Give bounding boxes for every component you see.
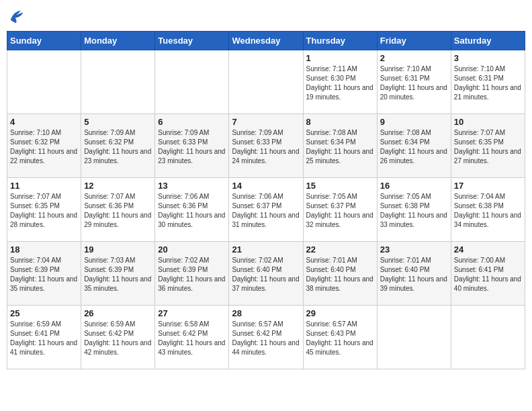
day-info: Sunrise: 7:08 AM Sunset: 6:34 PM Dayligh… — [380, 128, 448, 166]
day-info: Sunrise: 7:10 AM Sunset: 6:32 PM Dayligh… — [10, 128, 78, 166]
calendar-cell: 21Sunrise: 7:02 AM Sunset: 6:40 PM Dayli… — [229, 242, 303, 306]
day-info: Sunrise: 7:11 AM Sunset: 6:30 PM Dayligh… — [306, 64, 374, 102]
calendar-cell: 24Sunrise: 7:00 AM Sunset: 6:41 PM Dayli… — [451, 242, 525, 306]
calendar-cell: 26Sunrise: 6:59 AM Sunset: 6:42 PM Dayli… — [81, 306, 155, 369]
calendar-week-1: 1Sunrise: 7:11 AM Sunset: 6:30 PM Daylig… — [7, 50, 525, 114]
calendar-cell: 1Sunrise: 7:11 AM Sunset: 6:30 PM Daylig… — [303, 50, 377, 114]
calendar-cell: 15Sunrise: 7:05 AM Sunset: 6:37 PM Dayli… — [303, 178, 377, 242]
calendar-cell: 17Sunrise: 7:04 AM Sunset: 6:38 PM Dayli… — [451, 178, 525, 242]
day-info: Sunrise: 7:06 AM Sunset: 6:37 PM Dayligh… — [232, 192, 300, 230]
calendar-cell: 9Sunrise: 7:08 AM Sunset: 6:34 PM Daylig… — [377, 114, 451, 178]
calendar-cell: 16Sunrise: 7:05 AM Sunset: 6:38 PM Dayli… — [377, 178, 451, 242]
day-header-monday: Monday — [81, 32, 155, 50]
day-number: 10 — [454, 117, 522, 127]
calendar-cell: 13Sunrise: 7:06 AM Sunset: 6:36 PM Dayli… — [155, 178, 229, 242]
calendar-cell: 7Sunrise: 7:09 AM Sunset: 6:33 PM Daylig… — [229, 114, 303, 178]
calendar-cell: 27Sunrise: 6:58 AM Sunset: 6:42 PM Dayli… — [155, 306, 229, 369]
calendar-cell: 19Sunrise: 7:03 AM Sunset: 6:39 PM Dayli… — [81, 242, 155, 306]
calendar-week-2: 4Sunrise: 7:10 AM Sunset: 6:32 PM Daylig… — [7, 114, 525, 178]
day-number: 26 — [84, 308, 152, 318]
day-number: 17 — [454, 181, 522, 191]
day-header-tuesday: Tuesday — [155, 32, 229, 50]
day-header-wednesday: Wednesday — [229, 32, 303, 50]
calendar-cell: 25Sunrise: 6:59 AM Sunset: 6:41 PM Dayli… — [7, 306, 81, 369]
calendar-cell: 6Sunrise: 7:09 AM Sunset: 6:33 PM Daylig… — [155, 114, 229, 178]
calendar-cell — [81, 50, 155, 114]
day-number: 9 — [380, 117, 448, 127]
day-info: Sunrise: 7:00 AM Sunset: 6:41 PM Dayligh… — [454, 256, 522, 293]
calendar-cell: 2Sunrise: 7:10 AM Sunset: 6:31 PM Daylig… — [377, 50, 451, 114]
day-info: Sunrise: 7:10 AM Sunset: 6:31 PM Dayligh… — [380, 64, 448, 102]
day-info: Sunrise: 7:10 AM Sunset: 6:31 PM Dayligh… — [454, 64, 522, 102]
calendar-cell: 29Sunrise: 6:57 AM Sunset: 6:43 PM Dayli… — [303, 306, 377, 369]
calendar-cell — [155, 50, 229, 114]
calendar-cell: 28Sunrise: 6:57 AM Sunset: 6:42 PM Dayli… — [229, 306, 303, 369]
day-number: 27 — [158, 308, 226, 318]
day-number: 18 — [10, 244, 78, 255]
day-number: 24 — [454, 244, 522, 255]
day-info: Sunrise: 6:57 AM Sunset: 6:43 PM Dayligh… — [306, 320, 374, 357]
calendar-cell — [7, 50, 81, 114]
day-info: Sunrise: 7:03 AM Sunset: 6:39 PM Dayligh… — [84, 256, 152, 293]
calendar-cell: 11Sunrise: 7:07 AM Sunset: 6:35 PM Dayli… — [7, 178, 81, 242]
day-info: Sunrise: 7:09 AM Sunset: 6:33 PM Dayligh… — [232, 128, 300, 166]
day-number: 28 — [232, 308, 300, 318]
day-number: 7 — [232, 117, 300, 127]
calendar-cell — [451, 306, 525, 369]
calendar-cell: 10Sunrise: 7:07 AM Sunset: 6:35 PM Dayli… — [451, 114, 525, 178]
day-info: Sunrise: 6:59 AM Sunset: 6:41 PM Dayligh… — [10, 320, 78, 357]
day-info: Sunrise: 7:08 AM Sunset: 6:34 PM Dayligh… — [306, 128, 374, 166]
calendar-cell: 3Sunrise: 7:10 AM Sunset: 6:31 PM Daylig… — [451, 50, 525, 114]
day-info: Sunrise: 7:07 AM Sunset: 6:35 PM Dayligh… — [454, 128, 522, 166]
calendar-cell: 14Sunrise: 7:06 AM Sunset: 6:37 PM Dayli… — [229, 178, 303, 242]
day-info: Sunrise: 7:02 AM Sunset: 6:40 PM Dayligh… — [232, 256, 300, 293]
day-info: Sunrise: 7:05 AM Sunset: 6:37 PM Dayligh… — [306, 192, 374, 230]
day-number: 5 — [84, 117, 152, 127]
calendar-cell: 22Sunrise: 7:01 AM Sunset: 6:40 PM Dayli… — [303, 242, 377, 306]
day-info: Sunrise: 7:01 AM Sunset: 6:40 PM Dayligh… — [380, 256, 448, 293]
calendar-cell: 20Sunrise: 7:02 AM Sunset: 6:39 PM Dayli… — [155, 242, 229, 306]
day-info: Sunrise: 7:09 AM Sunset: 6:32 PM Dayligh… — [84, 128, 152, 166]
day-number: 29 — [306, 308, 374, 318]
day-number: 13 — [158, 181, 226, 191]
calendar-week-3: 11Sunrise: 7:07 AM Sunset: 6:35 PM Dayli… — [7, 178, 525, 242]
day-info: Sunrise: 7:09 AM Sunset: 6:33 PM Dayligh… — [158, 128, 226, 166]
day-number: 19 — [84, 244, 152, 255]
day-info: Sunrise: 7:01 AM Sunset: 6:40 PM Dayligh… — [306, 256, 374, 293]
day-info: Sunrise: 7:02 AM Sunset: 6:39 PM Dayligh… — [158, 256, 226, 293]
day-number: 2 — [380, 53, 448, 63]
calendar-cell — [377, 306, 451, 369]
day-number: 12 — [84, 181, 152, 191]
logo — [7, 7, 28, 26]
calendar-cell: 8Sunrise: 7:08 AM Sunset: 6:34 PM Daylig… — [303, 114, 377, 178]
day-number: 25 — [10, 308, 78, 318]
day-number: 3 — [454, 53, 522, 63]
day-number: 6 — [158, 117, 226, 127]
day-info: Sunrise: 7:07 AM Sunset: 6:35 PM Dayligh… — [10, 192, 78, 230]
day-number: 11 — [10, 181, 78, 191]
day-info: Sunrise: 7:06 AM Sunset: 6:36 PM Dayligh… — [158, 192, 226, 230]
day-number: 4 — [10, 117, 78, 127]
calendar-cell: 4Sunrise: 7:10 AM Sunset: 6:32 PM Daylig… — [7, 114, 81, 178]
day-header-friday: Friday — [377, 32, 451, 50]
day-header-saturday: Saturday — [451, 32, 525, 50]
day-info: Sunrise: 7:07 AM Sunset: 6:36 PM Dayligh… — [84, 192, 152, 230]
calendar-cell: 5Sunrise: 7:09 AM Sunset: 6:32 PM Daylig… — [81, 114, 155, 178]
day-number: 14 — [232, 181, 300, 191]
day-info: Sunrise: 6:57 AM Sunset: 6:42 PM Dayligh… — [232, 320, 300, 357]
day-info: Sunrise: 6:58 AM Sunset: 6:42 PM Dayligh… — [158, 320, 226, 357]
calendar-cell: 12Sunrise: 7:07 AM Sunset: 6:36 PM Dayli… — [81, 178, 155, 242]
calendar-cell: 18Sunrise: 7:04 AM Sunset: 6:39 PM Dayli… — [7, 242, 81, 306]
day-info: Sunrise: 7:04 AM Sunset: 6:39 PM Dayligh… — [10, 256, 78, 293]
calendar-table: SundayMondayTuesdayWednesdayThursdayFrid… — [7, 31, 525, 369]
day-number: 22 — [306, 244, 374, 255]
calendar-week-4: 18Sunrise: 7:04 AM Sunset: 6:39 PM Dayli… — [7, 242, 525, 306]
day-number: 23 — [380, 244, 448, 255]
calendar-header-row: SundayMondayTuesdayWednesdayThursdayFrid… — [7, 32, 525, 50]
day-number: 20 — [158, 244, 226, 255]
day-number: 21 — [232, 244, 300, 255]
day-number: 8 — [306, 117, 374, 127]
calendar-cell — [229, 50, 303, 114]
day-number: 15 — [306, 181, 374, 191]
day-info: Sunrise: 7:05 AM Sunset: 6:38 PM Dayligh… — [380, 192, 448, 230]
